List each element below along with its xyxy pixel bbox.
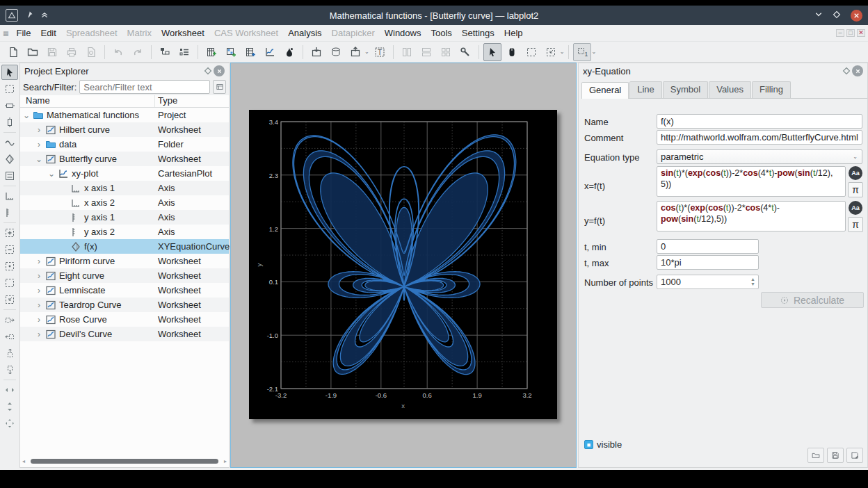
- expand-icon[interactable]: ›: [35, 330, 42, 339]
- save-template-button[interactable]: [827, 448, 844, 463]
- load-template-button[interactable]: [807, 448, 824, 463]
- visible-checkbox[interactable]: ■: [584, 440, 593, 449]
- worksheet-page[interactable]: -3.2-1.9-0.60.61.93.23.42.31.20.1-1.0-2.…: [249, 110, 557, 419]
- tab-symbol[interactable]: Symbol: [663, 81, 708, 98]
- tree-row-hilbert-curve[interactable]: ›Hilbert curveWorksheet: [20, 122, 229, 137]
- x-functions-button[interactable]: Aa: [849, 166, 862, 180]
- add-xy-curve-button[interactable]: [1, 135, 18, 150]
- expand-icon[interactable]: ›: [35, 286, 42, 295]
- tree-row-x-axis-2[interactable]: x axis 2Axis: [20, 195, 229, 210]
- zoom-out-button[interactable]: [1, 242, 18, 257]
- float-dock-icon[interactable]: [202, 65, 214, 76]
- comment-field[interactable]: http://mathworld.wolfram.com/ButterflyCu…: [657, 130, 862, 145]
- tree-row-f-x-[interactable]: f(x)XYEquationCurve: [20, 239, 229, 254]
- mdi-minimize-icon[interactable]: –: [836, 29, 844, 37]
- magnification-button[interactable]: 1: [573, 43, 591, 61]
- save-as-template-button[interactable]: [846, 448, 863, 463]
- menu-tools[interactable]: Tools: [426, 26, 456, 40]
- scroll-right-arrow-icon[interactable]: ▸: [224, 458, 227, 464]
- import-file-button[interactable]: [307, 43, 326, 61]
- search-filter-input[interactable]: [79, 80, 210, 94]
- select-and-edit-button[interactable]: [1, 65, 18, 80]
- menu-help[interactable]: Help: [499, 26, 528, 40]
- shift-up-y-button[interactable]: [1, 345, 18, 361]
- expand-icon[interactable]: ›: [35, 140, 42, 149]
- expand-icon[interactable]: ›: [35, 125, 42, 135]
- select-y-region-button[interactable]: [1, 115, 18, 130]
- butterfly-curve[interactable]: [293, 135, 516, 375]
- menu-windows[interactable]: Windows: [380, 26, 426, 40]
- tree-row-y-axis-1[interactable]: y axis 1Axis: [20, 210, 229, 225]
- worksheet-view[interactable]: -3.2-1.9-0.60.61.93.23.42.31.20.1-1.0-2.…: [230, 63, 577, 468]
- open-project-button[interactable]: [24, 43, 42, 61]
- magnification-dropdown-icon[interactable]: ⌄: [591, 49, 596, 55]
- tab-general[interactable]: General: [581, 82, 629, 99]
- export-dropdown-icon[interactable]: ⌄: [364, 49, 369, 55]
- menu-worksheet[interactable]: Worksheet: [156, 26, 209, 40]
- tmax-field[interactable]: 10*pi: [657, 255, 759, 270]
- select-x-region-button[interactable]: [1, 98, 18, 113]
- tree-row-devil-s-curve[interactable]: ›Devil's CurveWorksheet: [20, 327, 229, 341]
- original-size-button[interactable]: [1, 259, 18, 274]
- tree-row-x-axis-1[interactable]: x axis 1Axis: [20, 181, 229, 195]
- scrollbar-thumb[interactable]: [31, 459, 218, 464]
- auto-scale-x-button[interactable]: [1, 382, 18, 398]
- expand-icon[interactable]: ›: [35, 257, 42, 266]
- export-button[interactable]: [346, 43, 364, 61]
- shift-left-x-button[interactable]: [1, 329, 18, 344]
- navigate-mode-button[interactable]: [503, 43, 521, 61]
- scroll-left-arrow-icon[interactable]: ◂: [22, 458, 25, 464]
- tree-column-headers[interactable]: Name Type: [20, 95, 229, 108]
- collapse-icon[interactable]: ⌄: [48, 169, 55, 179]
- y-functions-button[interactable]: Aa: [849, 201, 862, 215]
- zoom-select-mode-button[interactable]: [522, 43, 540, 61]
- select-mode-button[interactable]: [483, 43, 501, 61]
- menu-analysis[interactable]: Analysis: [283, 26, 326, 40]
- tree-row-data[interactable]: ›dataFolder: [20, 137, 229, 152]
- mdi-close-icon[interactable]: ✕: [857, 29, 865, 37]
- tree-row-eight-curve[interactable]: ›Eight curveWorksheet: [20, 268, 229, 283]
- tmin-field[interactable]: 0: [657, 239, 759, 254]
- points-spinbox[interactable]: 1000▲▼: [657, 275, 759, 289]
- collapse-icon[interactable]: ⌄: [23, 111, 30, 120]
- expand-icon[interactable]: ›: [35, 271, 42, 281]
- shift-right-x-button[interactable]: [1, 312, 18, 327]
- new-project-button[interactable]: [4, 43, 22, 61]
- zoom-fit-selection-button[interactable]: [1, 292, 18, 307]
- tree-row-lemniscate[interactable]: ›LemniscateWorksheet: [20, 283, 229, 298]
- tree-row-rose-curve[interactable]: ›Rose CurveWorksheet: [20, 312, 229, 327]
- add-legend-button[interactable]: [1, 168, 18, 184]
- x-constants-button[interactable]: π: [848, 182, 863, 197]
- toggle-properties-explorer-button[interactable]: [175, 43, 193, 61]
- new-datapicker-button[interactable]: [280, 43, 298, 61]
- float-dock-icon[interactable]: [841, 65, 852, 76]
- toggle-project-explorer-button[interactable]: [156, 43, 174, 61]
- float-window-icon[interactable]: [833, 10, 841, 21]
- tree-row-teardrop-curve[interactable]: ›Teardrop CurveWorksheet: [20, 298, 229, 312]
- collapse-icon[interactable]: ⌄: [35, 154, 42, 164]
- auto-scale-y-button[interactable]: [1, 399, 18, 414]
- tree-row-butterfly-curve[interactable]: ⌄Butterfly curveWorksheet: [20, 152, 229, 166]
- shift-down-y-button[interactable]: [1, 362, 18, 377]
- zoom-fit-dropdown-icon[interactable]: ⌄: [560, 49, 565, 55]
- zoom-fit-page-button[interactable]: [1, 275, 18, 291]
- tree-row-piriform-curve[interactable]: ›Piriform curveWorksheet: [20, 254, 229, 268]
- text-label-button[interactable]: T: [371, 43, 389, 61]
- tree-row-mathematical-functions[interactable]: ⌄Mathematical functionsProject: [20, 108, 229, 122]
- add-equation-curve-button[interactable]: [1, 152, 18, 167]
- filter-options-button[interactable]: [213, 80, 226, 94]
- new-matrix-button[interactable]: [222, 43, 240, 61]
- spin-arrows-icon[interactable]: ▲▼: [750, 277, 755, 286]
- y-equation-field[interactable]: cos(t)*(exp(cos(t))-2*cos(4*t)-pow(sin(t…: [657, 201, 846, 231]
- menu-file[interactable]: File: [12, 26, 36, 40]
- tab-values[interactable]: Values: [709, 81, 751, 98]
- new-spreadsheet-button[interactable]: [202, 43, 220, 61]
- column-name[interactable]: Name: [20, 95, 155, 107]
- horizontal-scrollbar[interactable]: ◂ ▸: [22, 458, 227, 464]
- close-dock-icon[interactable]: [852, 65, 863, 76]
- new-workbook-button[interactable]: [241, 43, 259, 61]
- zoom-fit-button[interactable]: [542, 43, 560, 61]
- y-constants-button[interactable]: π: [848, 217, 863, 232]
- column-type[interactable]: Type: [155, 95, 180, 107]
- tab-line[interactable]: Line: [629, 81, 662, 98]
